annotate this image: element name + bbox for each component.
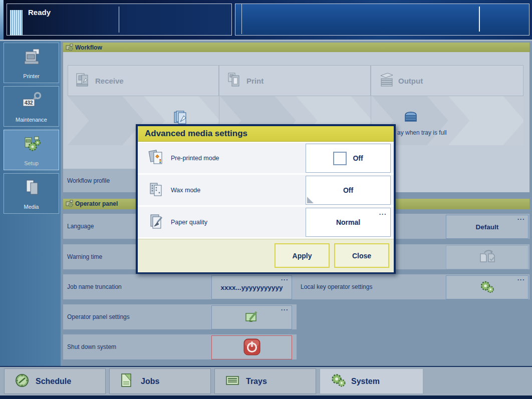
pre-printed-mode-icon <box>148 149 164 168</box>
sidebar-item-label: Setup <box>4 160 59 166</box>
workflow-step-label: Print <box>246 77 263 85</box>
chevron-decoration <box>448 96 523 145</box>
workflow-step-receive: Receive <box>68 65 219 96</box>
pre-printed-mode-toggle-button[interactable]: Off <box>306 144 391 173</box>
setting-label: Operator panel settings <box>67 304 130 329</box>
workflow-step-label: Receive <box>95 77 124 85</box>
paper-quality-select-button[interactable]: Normal ... <box>306 208 391 237</box>
gears-icon <box>479 280 495 295</box>
setup-gears-icon <box>4 135 59 155</box>
more-options-dots: ... <box>281 274 289 282</box>
setting-label: Warning time <box>67 244 102 269</box>
status-ready-label: Ready <box>28 8 51 17</box>
copy-documents-icon <box>477 249 497 266</box>
maintenance-icon: 432 <box>4 92 59 112</box>
tab-label: Jobs <box>141 377 159 386</box>
sidebar-item-label: Media <box>4 204 59 210</box>
close-button[interactable]: Close <box>334 243 389 268</box>
print-icon <box>226 72 243 90</box>
setting-label: Language <box>67 214 94 239</box>
dialog-row-label: Paper quality <box>171 219 207 226</box>
more-options-dots: ... <box>281 304 289 312</box>
default-value: Default <box>476 223 499 231</box>
sidebar-item-maintenance[interactable]: 432 Maintenance <box>4 86 59 127</box>
tab-schedule[interactable]: Schedule <box>4 368 106 394</box>
setting-label: Local key operator settings <box>301 274 372 299</box>
workflow-section-title: Workflow <box>75 43 102 53</box>
wax-mode-icon <box>148 181 164 200</box>
shut-down-system-button[interactable] <box>211 335 292 359</box>
local-key-operator-settings-button[interactable]: ... <box>446 275 528 299</box>
status-bar-edge-decoration <box>0 0 4 40</box>
paper-quality-icon <box>148 213 164 232</box>
tray-full-note: ay when tray is full <box>397 129 447 136</box>
receive-icon <box>75 72 92 90</box>
setting-label: Job name truncation <box>67 274 122 299</box>
status-bar: Ready <box>0 0 532 40</box>
tab-trays[interactable]: Trays <box>214 368 316 394</box>
tab-label: System <box>351 377 380 386</box>
dialog-row-paper-quality: Paper quality Normal ... <box>138 207 394 237</box>
sidebar-item-printer[interactable]: Printer <box>4 43 59 83</box>
dialog-title: Advanced media settings <box>138 126 394 142</box>
dialog-row-pre-printed-mode: Pre-printed mode Off <box>138 143 394 173</box>
schedule-clock-icon <box>15 373 30 390</box>
job-name-truncation-value-button[interactable]: xxxx...yyyyyyyyyyy ... <box>211 275 292 299</box>
default-value-button[interactable]: Default ... <box>446 215 528 239</box>
sidebar-item-setup[interactable]: Setup <box>4 130 59 170</box>
workflow-step-output: Output <box>371 65 523 96</box>
operator-panel-gear-icon <box>66 200 74 211</box>
dialog-row-label: Pre-printed mode <box>171 155 219 162</box>
output-icon <box>378 72 396 90</box>
pre-printed-mode-checkbox[interactable] <box>333 152 347 165</box>
more-options-dots: ... <box>379 209 387 216</box>
status-panel-divider <box>119 7 119 33</box>
media-sheets-icon <box>4 179 59 199</box>
operator-panel-settings-button[interactable]: ... <box>211 305 292 329</box>
printer-icon <box>4 48 59 68</box>
pre-printed-mode-value: Off <box>353 154 363 162</box>
paper-quality-value: Normal <box>336 218 360 226</box>
wax-mode-value: Off <box>343 186 353 194</box>
copy-settings-button[interactable] <box>446 245 528 269</box>
status-panel-right-subdivider <box>241 4 242 34</box>
sidebar-item-media[interactable]: Media <box>4 173 59 214</box>
status-stripes-decoration <box>10 10 23 35</box>
tray-full-icon <box>404 111 418 125</box>
status-panel-right <box>235 4 529 36</box>
operator-panel-section-title: Operator panel <box>75 199 118 209</box>
status-panel-left: Ready <box>7 4 232 36</box>
dialog-row-label: Wax mode <box>171 187 200 194</box>
tab-label: Schedule <box>36 377 71 386</box>
system-gears-icon <box>330 373 347 390</box>
status-panel-right-marker <box>479 7 480 32</box>
trays-icon <box>225 374 240 388</box>
sidebar-item-label: Printer <box>4 73 59 79</box>
apply-button[interactable]: Apply <box>275 243 330 268</box>
jobs-document-icon <box>120 373 134 390</box>
workflow-profile-label: Workflow profile <box>67 169 110 192</box>
wax-mode-select-button[interactable]: Off <box>306 176 391 205</box>
printer-control-screen: Ready Printer 432 <box>0 0 532 399</box>
tab-jobs[interactable]: Jobs <box>109 368 211 394</box>
dropdown-corner-triangle <box>307 197 314 203</box>
dialog-row-wax-mode: Wax mode Off <box>138 175 394 205</box>
edit-screen-icon <box>244 310 260 325</box>
workflow-step-print: Print <box>219 65 371 96</box>
tab-system[interactable]: System <box>320 368 423 394</box>
job-name-truncation-value: xxxx...yyyyyyyyyyy <box>221 284 283 291</box>
workflow-step-label: Output <box>398 77 423 85</box>
advanced-media-settings-dialog: Advanced media settings Pre-printed mode… <box>136 124 396 274</box>
maintenance-counter-text: 432 <box>25 100 33 106</box>
chevron-decoration <box>68 96 144 145</box>
more-options-dots: ... <box>517 214 525 221</box>
more-options-dots: ... <box>517 274 525 282</box>
workflow-section-header: Workflow <box>63 43 529 53</box>
sidebar-item-label: Maintenance <box>4 117 59 123</box>
tab-label: Trays <box>246 377 267 386</box>
dialog-footer: Apply Close <box>138 239 394 272</box>
power-icon <box>242 337 262 358</box>
setting-label: Shut down system <box>67 334 116 359</box>
